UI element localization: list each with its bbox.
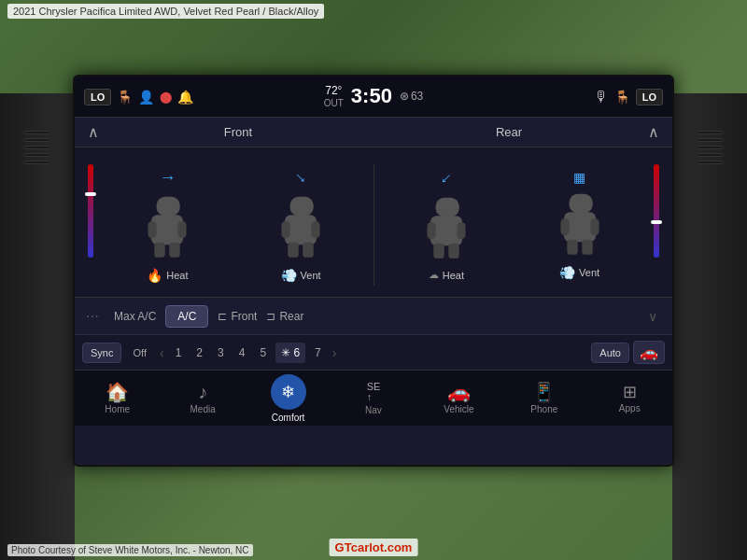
driver-airflow-arrow: → <box>159 168 176 188</box>
nav-item-apps[interactable]: ⊞ Apps <box>587 378 672 419</box>
fan-prev-button[interactable]: ‹ <box>158 345 166 360</box>
rear-left-airflow-arrow: → <box>433 166 459 192</box>
rear-air-button[interactable]: ⊐ Rear <box>266 310 303 323</box>
nav-item-comfort[interactable]: ❄ Comfort <box>246 369 331 428</box>
car-title: 2021 Chrysler Pacifica Limited AWD, Velv… <box>13 6 318 17</box>
rear-right-vent-label: Vent <box>579 267 599 278</box>
rear-defrost-button[interactable]: 🚗 <box>633 341 665 364</box>
driver-seat-col: → 🔥 Heat <box>103 168 233 283</box>
svg-rect-10 <box>288 242 298 257</box>
passenger-vent-label: Vent <box>301 270 321 281</box>
passenger-vent-label-row: 💨 Vent <box>281 268 321 283</box>
chevron-up-left-btn[interactable]: ∧ <box>84 123 103 141</box>
max-ac-button[interactable]: Max A/C <box>114 310 156 323</box>
vehicle-icon: 🚗 <box>447 383 471 401</box>
fan-speed-6[interactable]: ✳ 6 <box>275 343 305 363</box>
photo-credit: Photo Courtesy of Steve White Motors, In… <box>11 545 249 555</box>
front-air-button[interactable]: ⊏ Front <box>218 310 257 323</box>
driver-heat-label: Heat <box>166 270 188 281</box>
nav-item-nav[interactable]: SE↑ Nav <box>331 376 416 421</box>
passenger-seat-icon <box>268 191 333 266</box>
nav-label: Nav <box>365 405 382 415</box>
bottom-nav: 🏠 Home ♪ Media ❄ Comfort SE↑ Nav 🚗 Vehic… <box>75 370 672 426</box>
fan-speed-5[interactable]: 5 <box>254 343 272 363</box>
rear-right-vent-icon: 💨 <box>559 265 575 280</box>
driver-heat-icon: 🔥 <box>147 268 162 283</box>
status-right: 🎙 🪑 LO <box>470 89 663 105</box>
seat-heat-left-icon: 🪑 <box>117 90 133 105</box>
status-left: LO 🪑 👤 ⬤ 🔔 <box>84 89 277 105</box>
interior-left-panel <box>0 93 75 560</box>
home-label: Home <box>105 404 130 414</box>
rear-right-heat-icon: ▦ <box>573 170 585 185</box>
left-temp-slider[interactable] <box>82 164 99 286</box>
rear-left-heat-label-row: ☁ Heat <box>429 269 464 281</box>
lo-left-badge: LO <box>84 89 111 105</box>
svg-rect-12 <box>435 198 458 217</box>
media-label: Media <box>190 404 216 414</box>
interior-right-panel <box>672 93 747 560</box>
alert-circle-icon: ⬤ <box>160 91 172 104</box>
svg-rect-11 <box>303 242 313 257</box>
rear-label: Rear <box>374 125 644 139</box>
driver-icon: 👤 <box>138 90 154 105</box>
fan-speed-display: ⊛ 63 <box>400 90 423 103</box>
fan-icon: ⊛ <box>400 90 409 103</box>
svg-rect-5 <box>170 242 180 257</box>
rear-left-heat-icon: ☁ <box>429 269 439 281</box>
off-button[interactable]: Off <box>125 343 153 362</box>
nav-item-vehicle[interactable]: 🚗 Vehicle <box>416 377 501 420</box>
watermark-top: 2021 Chrysler Pacifica Limited AWD, Velv… <box>7 4 324 19</box>
fan-speed-4[interactable]: 4 <box>233 343 251 363</box>
svg-rect-16 <box>433 244 444 259</box>
svg-rect-23 <box>582 240 592 255</box>
svg-rect-20 <box>560 218 569 235</box>
nav-item-home[interactable]: 🏠 Home <box>75 377 160 420</box>
fan-speed-2[interactable]: 2 <box>190 343 208 363</box>
time-display: 3:50 <box>351 84 392 108</box>
rear-left-seat-col: → ☁ Heat <box>382 169 512 281</box>
rear-right-vent-label-row: 💨 Vent <box>559 265 599 280</box>
seat-heat-right-icon: 🪑 <box>614 90 630 105</box>
nav-compass-icon: SE↑ <box>367 382 381 402</box>
svg-rect-17 <box>448 244 458 259</box>
rear-left-seat-icon <box>414 192 479 267</box>
apps-grid-icon: ⊞ <box>623 384 637 400</box>
front-rear-divider <box>374 164 374 286</box>
status-bar: LO 🪑 👤 ⬤ 🔔 72° OUT 3:50 ⊛ 63 🎙 🪑 LO <box>75 77 672 118</box>
svg-rect-3 <box>178 221 187 238</box>
svg-rect-4 <box>155 242 165 257</box>
fan-speed-row: Sync Off ‹ 1 2 3 4 5 ✳ 6 7 › Auto 🚗 <box>75 334 672 370</box>
vehicle-label: Vehicle <box>444 404 473 414</box>
svg-rect-18 <box>569 194 592 214</box>
ac-button[interactable]: A/C <box>165 305 208 328</box>
chevron-down-btn[interactable]: ∨ <box>644 309 661 324</box>
svg-rect-2 <box>148 221 157 238</box>
svg-rect-15 <box>457 222 465 239</box>
fan-speed-3[interactable]: 3 <box>212 343 230 363</box>
svg-rect-8 <box>282 221 290 238</box>
fan-speed-7[interactable]: 7 <box>309 343 327 363</box>
section-header: ∧ Front Rear ∧ <box>75 118 672 147</box>
comfort-label: Comfort <box>272 413 305 423</box>
rear-right-seat-col: ▦ 💨 Vent <box>514 170 644 280</box>
fan-speed-1[interactable]: 1 <box>170 343 188 363</box>
auto-button[interactable]: Auto <box>591 343 629 363</box>
ac-dots-icon: ⋯ <box>86 309 105 324</box>
right-temp-slider[interactable] <box>648 164 665 286</box>
mic-icon: 🎙 <box>594 89 609 105</box>
driver-heat-label-row: 🔥 Heat <box>147 268 188 283</box>
sync-button[interactable]: Sync <box>82 343 121 363</box>
svg-rect-6 <box>290 196 314 216</box>
nav-item-media[interactable]: ♪ Media <box>160 377 245 420</box>
nav-item-phone[interactable]: 📱 Phone <box>501 377 586 420</box>
fan-next-button[interactable]: › <box>331 345 339 360</box>
driver-seat-icon <box>134 191 200 266</box>
svg-rect-9 <box>312 221 320 238</box>
front-label: Front <box>103 125 374 139</box>
chevron-up-right-btn[interactable]: ∧ <box>644 123 663 141</box>
bell-icon: 🔔 <box>177 90 193 105</box>
status-center: 72° OUT 3:50 ⊛ 63 <box>277 84 471 108</box>
home-icon: 🏠 <box>106 383 129 401</box>
ac-controls: ⋯ Max A/C A/C ⊏ Front ⊐ Rear ∨ <box>75 297 672 334</box>
